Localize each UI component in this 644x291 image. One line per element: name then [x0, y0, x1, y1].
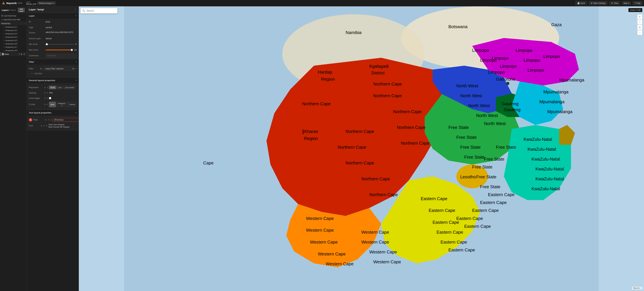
avoid-edges-sigma-btn[interactable]: Σ	[46, 97, 48, 99]
layer-sub-item-5[interactable]: ◇ temporary id 6	[0, 42, 27, 45]
z-order-source-btn[interactable]: Source	[68, 102, 77, 107]
active-layer-temp[interactable]: T temp ⎘ 🗑 👁	[0, 52, 27, 56]
filter-section-title: Filter	[29, 61, 34, 63]
filter-collapse-icon[interactable]: ▾	[76, 61, 77, 63]
search-input[interactable]	[80, 8, 118, 13]
max-zoom-row: Max Zoom 24	[27, 47, 79, 53]
font-edit-btn[interactable]: ✎	[43, 125, 46, 127]
layer-sub-item-0[interactable]: ◇ temporary id 1	[0, 25, 27, 29]
field-input[interactable]	[53, 118, 79, 122]
max-zoom-slider-container: 24	[46, 49, 77, 51]
field-badge: 1	[29, 118, 32, 122]
source-label: Source	[29, 31, 46, 34]
min-zoom-slider[interactable]	[46, 44, 74, 45]
spacing-fx-btn[interactable]: fx	[44, 92, 46, 94]
collapse-icon[interactable]: ▾	[76, 15, 77, 17]
placement-icons: fx Σ	[44, 86, 48, 89]
gen-layout-collapse-icon[interactable]: ▾	[76, 79, 77, 81]
style-settings-button[interactable]: ⚙ Style Settings	[589, 1, 607, 5]
copy-icon[interactable]: ⎘	[19, 53, 20, 55]
group-toggle[interactable]: −	[24, 23, 25, 24]
map-area[interactable]: 🔍 Zoom: 5.28 + − ⊙ ↑	[79, 6, 644, 291]
general-layout-header[interactable]: General layout properties ▾	[27, 77, 79, 83]
view-dropdown[interactable]: Map ▾	[622, 1, 630, 5]
layer-sub-item-4[interactable]: ◇ temporary id 5	[0, 39, 27, 42]
more-options-icon[interactable]: ⋮	[74, 8, 77, 11]
avoid-edges-fx-btn[interactable]: fx	[44, 97, 46, 99]
compass-button[interactable]: ↑	[637, 30, 642, 35]
filter-dropdown[interactable]: every Filter matches	[43, 67, 75, 71]
filter-section-header[interactable]: Filter ▾	[27, 59, 79, 65]
zoom-in-button[interactable]: +	[637, 14, 642, 19]
general-layout-section: General layout properties ▾ Placement fx…	[27, 77, 79, 110]
id-row: ID temp	[27, 19, 79, 25]
layer-sub-item-1[interactable]: ◇ temporary id 2	[0, 29, 27, 32]
sub-layer-name: temporary id 3	[6, 33, 17, 35]
comments-input[interactable]	[46, 54, 77, 57]
layer-sub-item-6[interactable]: ◇ temporary id 7	[0, 45, 27, 49]
z-order-label: Z order	[29, 103, 44, 106]
help-icon: ?	[634, 2, 636, 4]
font-fx-btn[interactable]: fx	[40, 125, 43, 127]
eye-icon: 👁	[611, 2, 613, 4]
source-layer-value: default	[46, 37, 77, 40]
layer-type-dropdown[interactable]: Default polygon ▾	[37, 1, 56, 5]
info-icon[interactable]: ℹ	[641, 287, 641, 289]
layer-item-openstreetmap[interactable]: openstreetmap	[0, 14, 27, 18]
search-icon: 🔍	[82, 9, 85, 12]
placement-line-center-btn[interactable]: Line-center	[64, 86, 76, 89]
filter-fx-btn[interactable]: fx	[40, 68, 42, 70]
save-button[interactable]: 💾 Save	[576, 1, 587, 5]
spacing-sigma-btn[interactable]: Σ	[46, 92, 48, 94]
field-edit-btn[interactable]: ✎	[48, 119, 50, 121]
layer-group-temporary[interactable]: temporary −	[0, 22, 27, 25]
layer-section-header[interactable]: Layer: 'temp' ⋮	[27, 6, 79, 13]
filter-content: Filter fx every Filter matches ▾ + + Add…	[27, 65, 79, 77]
font-icons: fx ✎ Σ	[40, 125, 48, 127]
layers-panel: Layers Expand Add Layer openstreetmap a8…	[0, 6, 27, 291]
save-icon: 💾	[577, 2, 580, 4]
comments-row: Comments	[27, 53, 79, 59]
z-order-sigma-btn[interactable]: Σ	[46, 103, 48, 106]
eye-icon[interactable]: 👁	[23, 53, 25, 55]
placement-fx-btn[interactable]: fx	[44, 86, 46, 89]
placement-line-btn[interactable]: Line	[56, 86, 63, 89]
max-zoom-slider[interactable]	[46, 50, 73, 50]
layer-item-a8d1264f[interactable]: a8d1264f-cb1d-485f-	[0, 18, 27, 22]
delete-icon[interactable]: 🗑	[21, 53, 23, 55]
font-sigma-btn[interactable]: Σ	[46, 125, 48, 127]
layer-sub-item-7[interactable]: ◇ temporary id 8	[0, 49, 27, 52]
z-order-viewport-btn[interactable]: Viewport-y	[56, 102, 68, 107]
add-filter-button[interactable]: + + Add filter	[29, 72, 77, 75]
layer-type-badge: T	[2, 53, 4, 55]
general-layout-content: Placement fx Σ Point Line Line-center Sp…	[27, 83, 79, 109]
field-fx-btn[interactable]: fx	[45, 119, 47, 121]
layer-sub-item-2[interactable]: ◇ temporary id 3	[0, 32, 27, 35]
placement-sigma-btn[interactable]: Σ	[46, 86, 48, 89]
placement-point-btn[interactable]: Point	[49, 86, 56, 89]
sub-layer-name: temporary id 6	[6, 43, 17, 45]
topbar: Maputnik v2.0.0 Layer Wards_test Default…	[0, 0, 644, 6]
rotate-reset-button[interactable]: ⊙	[637, 25, 642, 30]
help-button[interactable]: ? Help	[633, 1, 642, 5]
avoid-edges-checkbox[interactable]	[49, 97, 51, 99]
z-order-auto-btn[interactable]: Auto	[49, 102, 56, 107]
field-sigma-btn[interactable]: Σ	[50, 119, 52, 121]
zoom-out-button[interactable]: −	[637, 20, 642, 25]
source-row: Source a8d1264f-cb1d-485f-8fc6-2973	[27, 30, 79, 36]
placement-label: Placement	[29, 86, 44, 89]
view-button[interactable]: 👁 View	[609, 1, 620, 5]
layer-subsection-header[interactable]: Layer ▾	[27, 13, 79, 19]
layer-icon-diamond	[1, 18, 3, 21]
expand-button[interactable]: Expand	[9, 8, 16, 12]
spacing-label: Spacing	[29, 92, 44, 94]
filter-dropdown-arrow[interactable]: ▾	[76, 68, 77, 70]
add-layer-button[interactable]: Add Layer	[18, 8, 25, 12]
general-layout-title: General layout properties	[29, 79, 55, 82]
text-layout-header[interactable]: Text layout properties ▾	[27, 110, 79, 116]
layer-sub-item-3[interactable]: ◇ temporary id 4	[0, 35, 27, 39]
lesotho-region	[456, 164, 488, 188]
z-order-fx-btn[interactable]: fx	[44, 103, 46, 106]
text-layout-collapse-icon[interactable]: ▾	[76, 112, 77, 114]
avoid-edges-label: Avoid edges	[29, 97, 44, 99]
